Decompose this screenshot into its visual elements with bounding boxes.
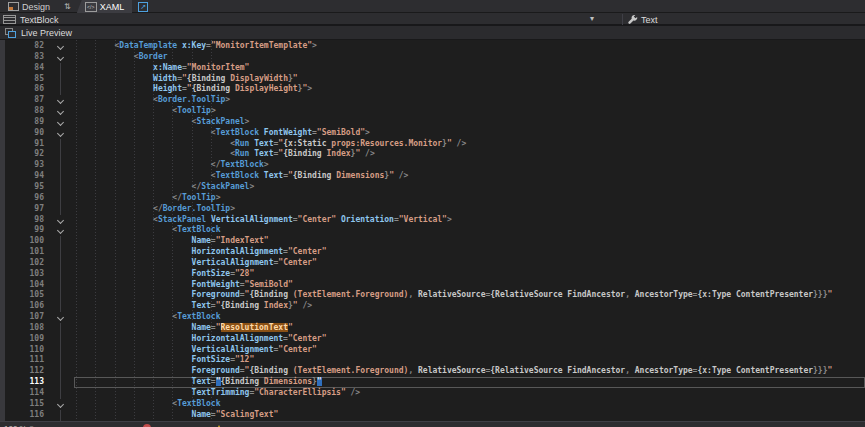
line-number: 112 <box>0 366 46 377</box>
code-line[interactable]: 84 x:Name="MonitorItem" <box>0 63 865 74</box>
zoom-control[interactable]: 100 % ▾ <box>4 424 33 427</box>
code-line[interactable]: 83 <Border <box>0 52 865 63</box>
line-number: 84 <box>0 63 46 74</box>
code-line[interactable]: 99 <TextBlock <box>0 225 865 236</box>
code-line[interactable]: 111 FontSize="12" <box>0 355 865 366</box>
line-number: 100 <box>0 236 46 247</box>
code-text: Foreground="{Binding (TextElement.Foregr… <box>76 290 865 301</box>
xaml-navigation-bar: TextBlock ▾ Text <box>0 13 865 26</box>
tab-xaml[interactable]: </> XAML <box>77 0 133 13</box>
code-text: Width="{Binding DisplayWidth}" <box>76 74 865 85</box>
code-line[interactable]: 116 Name="ScalingText" <box>0 410 865 421</box>
fold-guide <box>46 290 76 301</box>
code-text: Height="{Binding DisplayHeight}"> <box>76 84 865 95</box>
fold-guide <box>46 204 76 215</box>
code-line[interactable]: 94 <TextBlock Text="{Binding Dimensions}… <box>0 171 865 182</box>
code-line[interactable]: 97 </Border.ToolTip> <box>0 204 865 215</box>
code-line[interactable]: 85 Width="{Binding DisplayWidth}" <box>0 74 865 85</box>
code-text: <DataTemplate x:Key="MonitorItemTemplate… <box>76 41 865 52</box>
line-number: 91 <box>0 139 46 150</box>
member-dropdown-value: Text <box>641 15 658 25</box>
tab-design[interactable]: Design <box>0 0 58 13</box>
line-number: 101 <box>0 247 46 258</box>
fold-chevron-icon[interactable] <box>46 41 76 52</box>
code-editor[interactable]: 82 <DataTemplate x:Key="MonitorItemTempl… <box>0 40 865 421</box>
code-text: FontSize="28" <box>76 269 865 280</box>
code-line[interactable]: 104 FontWeight="SemiBold" <box>0 280 865 291</box>
code-line[interactable]: 98 <StackPanel VerticalAlignment="Center… <box>0 215 865 226</box>
code-line[interactable]: 95 </StackPanel> <box>0 182 865 193</box>
fold-guide <box>46 139 76 150</box>
code-text: Text="{Binding Dimensions}" <box>74 377 865 388</box>
code-text: <TextBlock <box>76 399 865 410</box>
code-line[interactable]: 105 Foreground="{Binding (TextElement.Fo… <box>0 290 865 301</box>
fold-chevron-icon[interactable] <box>46 117 76 128</box>
code-line[interactable]: 101 HorizontalAlignment="Center" <box>0 247 865 258</box>
code-text: <Run Text="{x:Static props:Resources.Mon… <box>76 139 865 150</box>
code-line[interactable]: 112 Foreground="{Binding (TextElement.Fo… <box>0 366 865 377</box>
code-line[interactable]: 106 Text="{Binding Index}" /> <box>0 301 865 312</box>
code-line[interactable]: 103 FontSize="28" <box>0 269 865 280</box>
code-text: Foreground="{Binding (TextElement.Foregr… <box>76 366 865 377</box>
line-number: 83 <box>0 52 46 63</box>
line-number: 97 <box>0 204 46 215</box>
fold-guide <box>46 182 76 193</box>
line-number: 104 <box>0 280 46 291</box>
swap-panes-icon[interactable]: ⇅ <box>58 0 77 13</box>
code-line[interactable]: 90 <TextBlock FontWeight="SemiBold"> <box>0 128 865 139</box>
fold-chevron-icon[interactable] <box>46 128 76 139</box>
code-line[interactable]: 110 VerticalAlignment="Center" <box>0 345 865 356</box>
code-text: <Run Text="{Binding Index}" /> <box>76 149 865 160</box>
line-number: 87 <box>0 95 46 106</box>
code-line[interactable]: 107 <TextBlock <box>0 312 865 323</box>
fold-chevron-icon[interactable] <box>46 52 76 63</box>
code-line[interactable]: 92 <Run Text="{Binding Index}" /> <box>0 149 865 160</box>
code-line[interactable]: 89 <StackPanel> <box>0 117 865 128</box>
code-text: <TextBlock <box>76 312 865 323</box>
code-line[interactable]: 100 Name="IndexText" <box>0 236 865 247</box>
fold-guide <box>46 247 76 258</box>
code-text: Name="ResolutionText" <box>76 323 865 334</box>
line-number: 113 <box>0 377 46 388</box>
code-line[interactable]: 108 Name="ResolutionText" <box>0 323 865 334</box>
code-line[interactable]: 102 VerticalAlignment="Center" <box>0 258 865 269</box>
element-dropdown-value: TextBlock <box>20 15 59 25</box>
code-line[interactable]: 91 <Run Text="{x:Static props:Resources.… <box>0 139 865 150</box>
fold-chevron-icon[interactable] <box>46 225 76 236</box>
line-number: 98 <box>0 215 46 226</box>
code-line[interactable]: 113 Text="{Binding Dimensions}" <box>0 377 865 388</box>
code-line[interactable]: 88 <ToolTip> <box>0 106 865 117</box>
fold-guide <box>46 355 76 366</box>
code-line[interactable]: 82 <DataTemplate x:Key="MonitorItemTempl… <box>0 41 865 52</box>
line-number: 103 <box>0 269 46 280</box>
line-number: 99 <box>0 225 46 236</box>
line-number: 108 <box>0 323 46 334</box>
code-line[interactable]: 93 </TextBlock> <box>0 160 865 171</box>
fold-chevron-icon[interactable] <box>46 399 76 410</box>
live-preview-label: Live Preview <box>21 28 72 38</box>
code-line[interactable]: 114 TextTrimming="CharacterEllipsis" /> <box>0 388 865 399</box>
fold-chevron-icon[interactable] <box>46 95 76 106</box>
fold-chevron-icon[interactable] <box>46 106 76 117</box>
line-number: 90 <box>0 128 46 139</box>
code-line[interactable]: 96 </ToolTip> <box>0 193 865 204</box>
live-preview-bar[interactable]: Live Preview <box>0 26 865 40</box>
code-text: <ToolTip> <box>76 106 865 117</box>
fold-chevron-icon[interactable] <box>46 312 76 323</box>
code-text: </Border.ToolTip> <box>76 204 865 215</box>
popout-window-icon[interactable]: ↗ <box>138 2 148 12</box>
code-text: <StackPanel VerticalAlignment="Center" O… <box>76 215 865 226</box>
fold-chevron-icon[interactable] <box>46 215 76 226</box>
code-line[interactable]: 115 <TextBlock <box>0 399 865 410</box>
code-line[interactable]: 86 Height="{Binding DisplayHeight}"> <box>0 84 865 95</box>
fold-guide <box>46 84 76 95</box>
code-text: Name="IndexText" <box>76 236 865 247</box>
code-text: <TextBlock <box>76 225 865 236</box>
fold-guide <box>46 323 76 334</box>
code-line[interactable]: 109 HorizontalAlignment="Center" <box>0 334 865 345</box>
element-dropdown[interactable]: TextBlock ▾ <box>0 13 622 26</box>
member-dropdown[interactable]: Text <box>623 13 658 26</box>
code-line[interactable]: 87 <Border.ToolTip> <box>0 95 865 106</box>
code-text: VerticalAlignment="Center" <box>76 258 865 269</box>
line-number: 110 <box>0 345 46 356</box>
